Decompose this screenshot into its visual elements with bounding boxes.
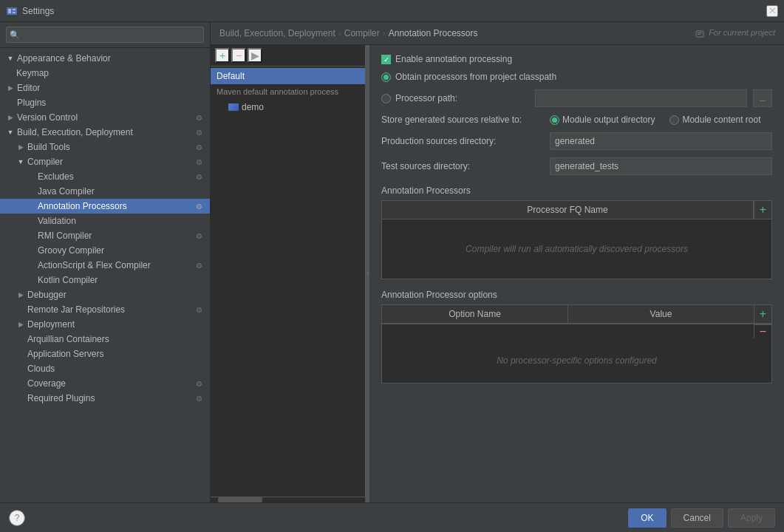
sidebar-item-editor[interactable]: ▶ Editor: [0, 81, 210, 95]
processor-path-browse[interactable]: ...: [753, 89, 772, 107]
demo-label: demo: [242, 102, 264, 112]
run-button[interactable]: ▶: [248, 48, 262, 63]
processor-path-radio[interactable]: [381, 94, 391, 103]
sidebar-item-plugins[interactable]: ▶ Plugins: [0, 95, 210, 110]
settings-icon: ⚙: [194, 378, 204, 389]
sidebar-item-kotlin-compiler[interactable]: ▶ Kotlin Compiler: [0, 273, 210, 287]
arrow-icon: ▶: [6, 83, 15, 92]
split-content: + − ▶ Default Maven default annotation p…: [211, 45, 784, 502]
remove-option-button[interactable]: −: [754, 324, 771, 338]
processor-path-input[interactable]: [535, 89, 747, 107]
sidebar-item-arquillian[interactable]: ▶ Arquillian Containers: [0, 332, 210, 347]
sidebar-item-label: Editor: [17, 83, 204, 93]
module-output-radio[interactable]: [550, 115, 559, 125]
panel-list: Default Maven default annotation process…: [211, 66, 365, 497]
module-content-radio[interactable]: [669, 115, 679, 125]
svg-rect-2: [13, 9, 16, 10]
breadcrumb: Build, Execution, Deployment › Compiler …: [211, 22, 784, 45]
sidebar-item-label: Arquillian Containers: [27, 334, 204, 344]
production-sources-input[interactable]: [550, 132, 772, 150]
sidebar-item-deployment[interactable]: ▶ Deployment: [0, 317, 210, 332]
test-sources-input[interactable]: [550, 157, 772, 175]
settings-icon: ⚙: [194, 201, 204, 211]
sidebar-item-required-plugins[interactable]: ▶ Required Plugins ⚙: [0, 391, 210, 406]
sidebar-item-version-control[interactable]: ▶ Version Control ⚙: [0, 110, 210, 125]
add-option-button[interactable]: +: [754, 305, 771, 323]
enable-annotation-label[interactable]: Enable annotation processing: [381, 54, 512, 64]
options-spacer: [382, 324, 754, 338]
footer-left: ?: [9, 510, 25, 526]
sidebar-item-java-compiler[interactable]: ▶ Java Compiler: [0, 184, 210, 199]
profile-item-default[interactable]: Default: [211, 68, 365, 84]
sidebar-item-validation[interactable]: ▶ Validation: [0, 214, 210, 228]
scrollbar-thumb: [218, 497, 262, 502]
processor-options-title: Annotation Processor options: [381, 290, 772, 300]
settings-icon: ⚙: [194, 393, 204, 403]
sidebar-item-app-servers[interactable]: ▶ Application Servers: [0, 347, 210, 361]
sidebar-item-build-tools[interactable]: ▶ Build Tools ⚙: [0, 140, 210, 154]
search-input[interactable]: [6, 27, 204, 43]
sidebar-item-actionscript-compiler[interactable]: ▶ ActionScript & Flex Compiler ⚙: [0, 258, 210, 273]
processor-path-label[interactable]: Processor path:: [381, 93, 529, 103]
enable-annotation-checkbox[interactable]: [381, 55, 391, 64]
app-icon: [6, 5, 18, 17]
search-icon: 🔍: [10, 30, 20, 40]
obtain-processors-row: Obtain processors from project classpath: [381, 72, 772, 82]
profile-item-maven: Maven default annotation process: [211, 84, 365, 99]
settings-icon: ⚙: [194, 304, 204, 315]
sidebar-item-label: Build Tools: [27, 142, 194, 152]
add-processor-button[interactable]: +: [754, 201, 771, 219]
sidebar-item-excludes[interactable]: ▶ Excludes ⚙: [0, 169, 210, 184]
add-profile-button[interactable]: +: [215, 48, 230, 63]
sidebar-item-label: Java Compiler: [38, 186, 204, 197]
sidebar-item-annotation-processors[interactable]: ▶ Annotation Processors ⚙: [0, 199, 210, 214]
module-content-label[interactable]: Module content root: [669, 115, 760, 125]
help-button[interactable]: ?: [9, 510, 25, 526]
settings-icon: ⚙: [194, 157, 204, 167]
sidebar-item-rmi-compiler[interactable]: ▶ RMI Compiler ⚙: [0, 228, 210, 243]
panel-scrollbar[interactable]: [211, 497, 365, 502]
settings-icon: ⚙: [194, 171, 204, 182]
window-title: Settings: [22, 6, 54, 16]
sidebar-item-build-exec[interactable]: ▼ Build, Execution, Deployment ⚙: [0, 125, 210, 140]
sidebar-item-label: Compiler: [27, 157, 194, 167]
production-sources-row: Production sources directory:: [381, 132, 772, 150]
options-header: Option Name Value +: [382, 305, 771, 324]
footer-right: OK Cancel Apply: [628, 508, 775, 528]
close-button[interactable]: ✕: [766, 5, 778, 17]
sidebar-item-clouds[interactable]: ▶ Clouds: [0, 361, 210, 376]
sidebar-item-appearance[interactable]: ▼ Appearance & Behavior: [0, 51, 210, 66]
test-sources-row: Test sources directory:: [381, 157, 772, 175]
processor-options-empty: No processor-specific options configured: [497, 355, 657, 366]
arrow-icon: ▶: [16, 320, 25, 329]
dialog-content: 🔍 ▼ Appearance & Behavior Keymap ▶ Edito…: [0, 22, 784, 502]
option-name-header: Option Name: [382, 305, 568, 323]
processor-options-section: Annotation Processor options Option Name…: [381, 287, 772, 383]
sidebar-item-remote-jar[interactable]: ▶ Remote Jar Repositories ⚙: [0, 302, 210, 317]
sidebar-item-groovy-compiler[interactable]: ▶ Groovy Compiler: [0, 243, 210, 258]
obtain-processors-label[interactable]: Obtain processors from project classpath: [381, 72, 556, 82]
apply-button[interactable]: Apply: [728, 508, 775, 528]
arrow-icon: ▼: [16, 157, 25, 166]
remove-profile-button[interactable]: −: [231, 48, 246, 63]
ok-button[interactable]: OK: [628, 508, 666, 528]
module-output-text: Module output directory: [562, 115, 655, 125]
sidebar-item-compiler[interactable]: ▼ Compiler ⚙: [0, 154, 210, 169]
sidebar-item-coverage[interactable]: ▶ Coverage ⚙: [0, 376, 210, 391]
profile-item-demo[interactable]: demo: [211, 99, 365, 115]
cancel-button[interactable]: Cancel: [671, 508, 723, 528]
sidebar-item-label: Remote Jar Repositories: [27, 304, 194, 315]
module-output-label[interactable]: Module output directory: [550, 115, 655, 125]
breadcrumb-part1: Build, Execution, Deployment: [219, 28, 335, 38]
settings-icon: ⚙: [194, 260, 204, 270]
annotation-processors-title: Annotation Processors: [381, 185, 772, 196]
sidebar-item-label: Coverage: [27, 378, 194, 389]
breadcrumb-project: For current project: [695, 28, 775, 38]
annotation-processors-section: Annotation Processors Processor FQ Name …: [381, 183, 772, 279]
svg-rect-1: [8, 9, 11, 13]
sidebar-item-label: Keymap: [16, 68, 204, 78]
sidebar-item-label: ActionScript & Flex Compiler: [38, 260, 194, 270]
sidebar-item-debugger[interactable]: ▶ Debugger: [0, 287, 210, 302]
obtain-processors-radio[interactable]: [381, 72, 391, 82]
sidebar-item-keymap[interactable]: Keymap: [0, 66, 210, 81]
